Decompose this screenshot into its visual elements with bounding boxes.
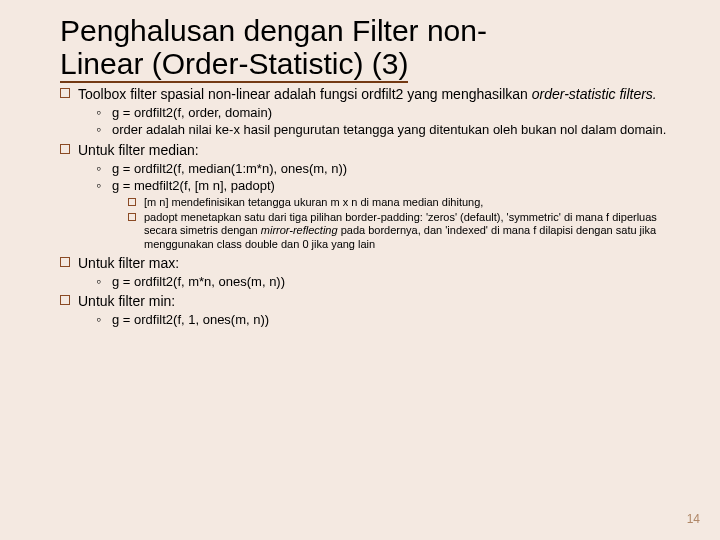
title-line-1: Penghalusan dengan Filter non- <box>60 14 487 47</box>
bullet-1-sub-1: g = ordfilt2(f, order, domain) <box>96 105 692 121</box>
bullet-4-sub-1: g = ordfilt2(f, 1, ones(m, n)) <box>96 312 692 328</box>
bullet-2-sub-2-s1: [m n] mendefinisikan tetangga ukuran m x… <box>128 196 692 209</box>
title-line-2: Linear (Order-Statistic) (3) <box>60 47 408 83</box>
bullet-list: Toolbox filter spasial non-linear adalah… <box>60 86 692 328</box>
bullet-3-sublist: g = ordfilt2(f, m*n, ones(m, n)) <box>96 274 692 290</box>
bullet-1-text-pre: Toolbox filter spasial non-linear adalah… <box>78 86 532 102</box>
bullet-2-sub-2: g = medfilt2(f, [m n], padopt) [m n] men… <box>96 178 692 250</box>
slide-container: Penghalusan dengan Filter non- Linear (O… <box>0 0 720 328</box>
bullet-2-sub-2-s2: padopt menetapkan satu dari tiga pilihan… <box>128 211 692 251</box>
s2-italic: mirror-reflecting <box>261 224 338 236</box>
bullet-2-text: Untuk filter median: <box>78 142 199 158</box>
bullet-3-text: Untuk filter max: <box>78 255 179 271</box>
bullet-2: Untuk filter median: g = ordfilt2(f, med… <box>60 142 692 251</box>
bullet-1-text-italic: order-statistic filters. <box>532 86 657 102</box>
bullet-1-sub-2: order adalah nilai ke-x hasil pengurutan… <box>96 122 692 138</box>
bullet-1: Toolbox filter spasial non-linear adalah… <box>60 86 692 138</box>
slide-title: Penghalusan dengan Filter non- Linear (O… <box>60 14 692 80</box>
bullet-3-sub-1: g = ordfilt2(f, m*n, ones(m, n)) <box>96 274 692 290</box>
page-number: 14 <box>687 512 700 526</box>
bullet-3: Untuk filter max: g = ordfilt2(f, m*n, o… <box>60 255 692 289</box>
bullet-4: Untuk filter min: g = ordfilt2(f, 1, one… <box>60 293 692 327</box>
bullet-4-text: Untuk filter min: <box>78 293 175 309</box>
bullet-1-sublist: g = ordfilt2(f, order, domain) order ada… <box>96 105 692 138</box>
bullet-2-sublist: g = ordfilt2(f, median(1:m*n), ones(m, n… <box>96 161 692 251</box>
bullet-2-sub-2-list: [m n] mendefinisikan tetangga ukuran m x… <box>128 196 692 251</box>
bullet-4-sublist: g = ordfilt2(f, 1, ones(m, n)) <box>96 312 692 328</box>
bullet-2-sub-1: g = ordfilt2(f, median(1:m*n), ones(m, n… <box>96 161 692 177</box>
bullet-2-sub-2-text: g = medfilt2(f, [m n], padopt) <box>112 178 275 193</box>
